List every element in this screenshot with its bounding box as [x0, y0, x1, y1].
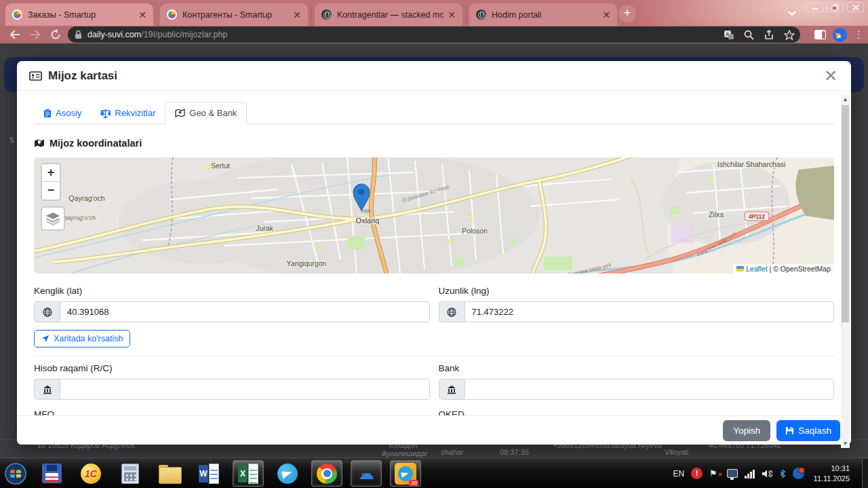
- minimize-button[interactable]: [806, 2, 823, 12]
- new-tab-button[interactable]: +: [618, 5, 636, 22]
- close-window-button[interactable]: [847, 2, 864, 12]
- browser-tab-3[interactable]: Kontragentlar — stacked modal ( ✕: [315, 3, 462, 26]
- tab-geo-bank[interactable]: Geo & Bank: [165, 102, 247, 124]
- chrome-icon: [317, 464, 337, 484]
- tab-label: Geo & Bank: [189, 108, 237, 118]
- taskbar-telegram-orange-app[interactable]: .00: [390, 460, 421, 487]
- lng-input[interactable]: [465, 301, 835, 322]
- save-button[interactable]: Saqlash: [776, 420, 840, 441]
- bank-label: Bank: [439, 363, 835, 373]
- window-controls: [806, 2, 864, 12]
- taskbar-1c-app[interactable]: 1С: [75, 460, 106, 487]
- map-tiles: Sertut Qayrag'och Qayrog'o'ch Jurak Oxla…: [34, 157, 834, 274]
- forward-button[interactable]: [28, 28, 42, 41]
- profile-avatar[interactable]: [833, 28, 847, 42]
- globe-icon: [439, 301, 465, 322]
- taskbar-word-app[interactable]: W: [193, 460, 224, 487]
- action-center-flag-icon[interactable]: ⚑: [709, 468, 720, 479]
- oked-field-group: OKED: [439, 409, 835, 415]
- tab-label: Asosiy: [56, 108, 81, 118]
- taskbar-ntc-app[interactable]: ☁NTC: [351, 460, 382, 487]
- taskbar-explorer-app[interactable]: [154, 460, 185, 487]
- side-panel-icon[interactable]: [814, 30, 826, 39]
- modal-body: Asosiy Rekvizitlar Geo & Bank Mijoz koor…: [17, 91, 851, 415]
- section-divider: [34, 356, 834, 356]
- lat-input[interactable]: [60, 301, 430, 322]
- leaflet-map[interactable]: Sertut Qayrag'och Qayrog'o'ch Jurak Oxla…: [34, 157, 834, 274]
- alert-tray-icon[interactable]: !: [691, 468, 703, 479]
- share-icon[interactable]: [764, 30, 774, 40]
- bank-input[interactable]: [465, 379, 835, 400]
- start-button[interactable]: [3, 462, 28, 486]
- folder-icon: [159, 465, 180, 483]
- notification-badge: .00: [409, 480, 418, 486]
- signal-bars-icon[interactable]: [745, 469, 755, 478]
- account-input[interactable]: [60, 379, 430, 400]
- tab-close-icon[interactable]: ✕: [602, 10, 610, 20]
- lock-icon: [75, 30, 82, 39]
- ntc-cloud-icon: ☁NTC: [355, 464, 378, 484]
- taskbar-chrome-app[interactable]: [311, 460, 342, 487]
- url-text: daily-suvi.com/19I/public/mijozlar.php: [87, 30, 227, 39]
- tab-close-icon[interactable]: ✕: [138, 10, 146, 20]
- scroll-down-arrow[interactable]: ▼: [841, 439, 850, 448]
- tab-close-icon[interactable]: ✕: [448, 10, 456, 20]
- tab-search-chevron-icon[interactable]: [784, 5, 800, 22]
- tab-title: Контрагенты - Smartup: [182, 10, 289, 20]
- scroll-up-arrow[interactable]: ▲: [841, 95, 850, 104]
- browser-tab-2[interactable]: Контрагенты - Smartup ✕: [160, 3, 308, 26]
- taskbar-calculator-app[interactable]: [115, 460, 146, 487]
- volume-icon[interactable]: [762, 469, 772, 478]
- bluetooth-icon[interactable]: [779, 468, 786, 479]
- zoom-search-icon[interactable]: [744, 30, 754, 40]
- smartup-favicon: [12, 10, 22, 20]
- tab-close-icon[interactable]: ✕: [293, 10, 301, 20]
- browser-tab-1[interactable]: Заказы - Smartup ✕: [5, 3, 153, 26]
- refresh-button[interactable]: [49, 28, 62, 41]
- translate-icon[interactable]: A: [724, 30, 734, 40]
- browser-tab-4[interactable]: Hodim portali ✕: [469, 3, 617, 26]
- app-notification-tray-icon[interactable]: [793, 468, 804, 479]
- system-tray: EN ! ⚑ 10:31 11.11.2025: [673, 459, 868, 488]
- menu-kebab-icon[interactable]: ⋮: [854, 29, 864, 41]
- modal-footer: Yopish Saqlash: [17, 415, 851, 445]
- map-marker-icon: [175, 109, 185, 117]
- address-bar[interactable]: daily-suvi.com/19I/public/mijozlar.php A: [68, 26, 800, 43]
- globe-favicon: [476, 10, 486, 20]
- map-layers-button[interactable]: [41, 206, 65, 231]
- show-desktop-button[interactable]: [862, 459, 868, 488]
- lat-label: Kenglik (lat): [34, 286, 430, 296]
- tab-asosiy[interactable]: Asosiy: [34, 102, 91, 124]
- tray-date: 11.11.2025: [814, 474, 850, 484]
- leaflet-link[interactable]: Leaflet: [746, 265, 768, 273]
- taskbar-floppy-app[interactable]: [36, 460, 67, 487]
- browser-tab-strip: Заказы - Smartup ✕ Контрагенты - Smartup…: [0, 0, 868, 26]
- tab-label: Rekvizitlar: [115, 108, 155, 118]
- taskbar-excel-app[interactable]: X: [233, 460, 264, 487]
- zoom-in-button[interactable]: +: [42, 164, 60, 182]
- restore-button[interactable]: [827, 2, 844, 12]
- language-indicator[interactable]: EN: [673, 469, 684, 478]
- show-on-map-button[interactable]: Xaritada ko'rsatish: [34, 330, 130, 348]
- tab-separator: [311, 8, 312, 20]
- scrollbar-thumb[interactable]: [842, 105, 849, 322]
- back-button[interactable]: [8, 28, 22, 41]
- mfo-label: MFO: [34, 409, 430, 415]
- bank-field-group: Bank: [439, 363, 835, 400]
- bookmark-star-icon[interactable]: [784, 30, 795, 40]
- zoom-out-button[interactable]: −: [42, 182, 60, 200]
- ukraine-flag-icon: [736, 266, 744, 271]
- mfo-field-group: MFO: [34, 409, 430, 415]
- taskbar-telegram-app[interactable]: [272, 460, 303, 487]
- osm-attribution: | © OpenStreetMap: [770, 265, 831, 273]
- mijoz-kartasi-modal: Mijoz kartasi ✕ Asosiy Rekvizitlar Geo &…: [17, 61, 851, 445]
- close-button[interactable]: Yopish: [723, 420, 770, 441]
- network-pc-icon[interactable]: [727, 469, 738, 478]
- svg-text:Yangiqurgon: Yangiqurgon: [287, 259, 327, 267]
- tab-rekvizitlar[interactable]: Rekvizitlar: [91, 102, 165, 124]
- modal-close-icon[interactable]: ✕: [824, 68, 837, 84]
- svg-text:Sertut: Sertut: [211, 162, 230, 170]
- modal-title: Mijoz kartasi: [48, 69, 117, 83]
- modal-scrollbar[interactable]: ▲ ▼: [841, 95, 850, 448]
- clock[interactable]: 10:31 11.11.2025: [814, 464, 850, 484]
